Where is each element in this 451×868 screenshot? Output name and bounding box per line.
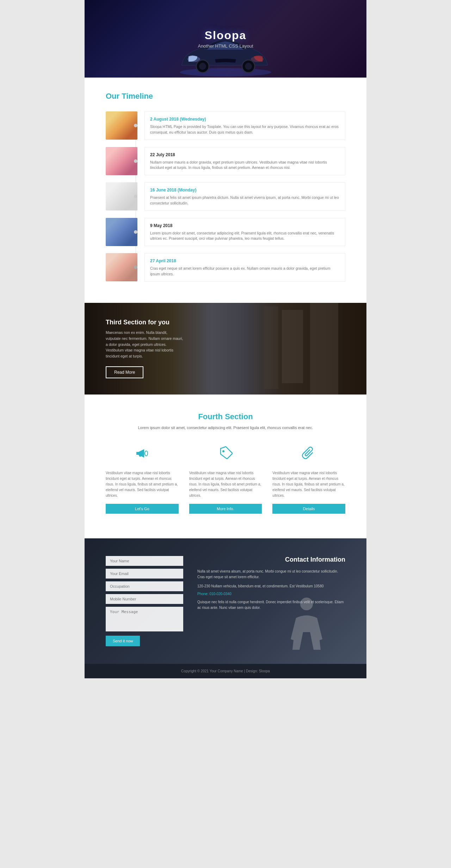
timeline-item: 2 August 2018 (Wednesday) Sloopa HTML Pa… (106, 111, 345, 140)
fourth-section-subtitle: Lorem ipsum dolor sit amet, consectetur … (106, 425, 345, 431)
timeline-date-4: 9 May 2018 (150, 222, 340, 229)
timeline-text-4: Lorem ipsum dolor sit amet, consectetur … (150, 231, 340, 242)
timeline-item: 16 June 2018 (Monday) Praesent at felis … (106, 182, 345, 211)
hero-subtitle: Another HTML CSS Layout (198, 43, 253, 49)
occupation-field[interactable] (106, 581, 183, 591)
contact-title: Contact Information (197, 556, 345, 563)
hero-section: Sloopa Another HTML CSS Layout (85, 0, 366, 78)
tag-icon (189, 445, 262, 465)
timeline-date-5: 27 April 2018 (150, 258, 340, 264)
feature-text-3: Vestibulum vitae magna vitae nisl lobort… (272, 470, 345, 499)
svg-point-0 (180, 68, 271, 77)
feature-text-1: Vestibulum vitae magna vitae nisl lobort… (106, 470, 179, 499)
third-section-text: Maecenas non ex enim. Nulla blandit, vul… (106, 330, 183, 359)
hero-text: Sloopa Another HTML CSS Layout (198, 29, 253, 49)
message-field[interactable] (106, 607, 183, 631)
timeline-dot-1 (134, 124, 137, 127)
mobile-field[interactable] (106, 594, 183, 604)
feature-col-1: Vestibulum vitae magna vitae nisl lobort… (106, 445, 179, 514)
timeline-item: 22 July 2018 Nullam ornare mauris a dolo… (106, 147, 345, 176)
timeline-image-1 (106, 111, 137, 140)
svg-point-7 (145, 451, 148, 456)
contact-phone: Phone: 010-020-0340 (197, 592, 345, 596)
timeline-dot-5 (134, 265, 137, 269)
timeline-text-5: Cras eget neque sit amet lorem efficitur… (150, 266, 340, 277)
third-section-title: Third Section for you (106, 319, 345, 326)
timeline-section: Our Timeline 2 August 2018 (Wednesday) S… (85, 78, 366, 303)
contact-form: Send it now (106, 556, 183, 646)
hero-title: Sloopa (198, 29, 253, 42)
timeline-image-4 (106, 218, 137, 246)
svg-point-4 (199, 63, 206, 70)
read-more-button[interactable]: Read More (106, 366, 143, 378)
timeline-dot-2 (134, 159, 137, 163)
timeline-content-3: 16 June 2018 (Monday) Praesent at felis … (144, 182, 345, 211)
timeline-item: 9 May 2018 Lorem ipsum dolor sit amet, c… (106, 218, 345, 246)
megaphone-icon (106, 445, 179, 465)
fourth-section: Fourth Section Lorem ipsum dolor sit ame… (85, 395, 366, 539)
feature-button-3[interactable]: Details (272, 504, 345, 514)
timeline-image-3 (106, 182, 137, 210)
timeline-text-2: Nullam ornare mauris a dolor gravida, eg… (150, 160, 340, 171)
timeline-title: Our Timeline (106, 92, 345, 101)
timeline-text-1: Sloopa HTML Page is provided by Tooplate… (150, 124, 340, 135)
timeline-date-1: 2 August 2018 (Wednesday) (150, 116, 340, 122)
timeline-dot-3 (134, 195, 137, 198)
feature-button-1[interactable]: Let's Go (106, 504, 179, 514)
timeline-content-2: 22 July 2018 Nullam ornare mauris a dolo… (144, 147, 345, 176)
feature-col-3: Vestibulum vitae magna vitae nisl lobort… (272, 445, 345, 514)
contact-address: 120-230 Nullam vehicula, bibendum erat, … (197, 583, 345, 589)
timeline-image-2 (106, 147, 137, 175)
timeline-content-5: 27 April 2018 Cras eget neque sit amet l… (144, 253, 345, 282)
paperclip-icon (272, 445, 345, 465)
contact-section: Send it now Contact Information Nulla si… (85, 538, 366, 664)
feature-text-2: Vestibulum vitae magna vitae nisl lobort… (189, 470, 262, 499)
name-field[interactable] (106, 556, 183, 566)
timeline-item: 27 April 2018 Cras eget neque sit amet l… (106, 253, 345, 282)
timeline: 2 August 2018 (Wednesday) Sloopa HTML Pa… (106, 111, 345, 282)
feature-col-2: Vestibulum vitae magna vitae nisl lobort… (189, 445, 262, 514)
footer-text: Copyright © 2021 Your Company Name | Des… (181, 669, 270, 673)
contact-desc: Quisque nec felis id nulla congue hendre… (197, 599, 345, 611)
timeline-date-2: 22 July 2018 (150, 152, 340, 158)
footer: Copyright © 2021 Your Company Name | Des… (85, 664, 366, 678)
timeline-image-5 (106, 253, 137, 281)
timeline-content-1: 2 August 2018 (Wednesday) Sloopa HTML Pa… (144, 111, 345, 140)
send-button[interactable]: Send it now (106, 636, 140, 646)
feature-button-2[interactable]: More Info. (189, 504, 262, 514)
svg-point-8 (222, 450, 224, 452)
email-field[interactable] (106, 569, 183, 579)
svg-point-6 (245, 63, 252, 70)
features-row: Vestibulum vitae magna vitae nisl lobort… (106, 445, 345, 514)
fourth-section-title: Fourth Section (106, 412, 345, 421)
third-section: Third Section for you Maecenas non ex en… (85, 303, 366, 395)
timeline-content-4: 9 May 2018 Lorem ipsum dolor sit amet, c… (144, 218, 345, 246)
contact-info: Contact Information Nulla sit amet viver… (197, 556, 345, 646)
contact-content: Send it now Contact Information Nulla si… (106, 556, 345, 646)
contact-info-text: Nulla sit amet viverra alsum, at porta n… (197, 569, 345, 580)
timeline-text-3: Praesent at felis sit amet ipsum pharetr… (150, 195, 340, 206)
timeline-dot-4 (134, 230, 137, 234)
timeline-date-3: 16 June 2018 (Monday) (150, 187, 340, 193)
third-section-content: Third Section for you Maecenas non ex en… (106, 319, 345, 378)
